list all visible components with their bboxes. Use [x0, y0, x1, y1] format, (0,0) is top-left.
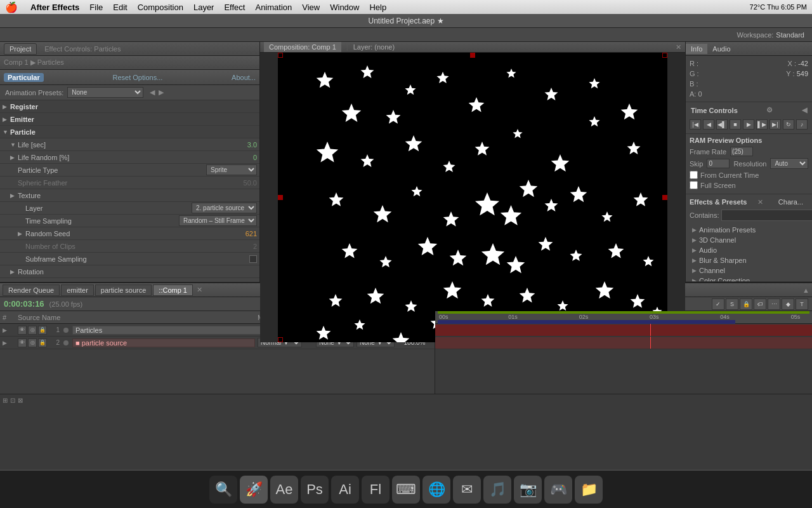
prop-arrow-texture[interactable]: ▶: [10, 192, 18, 199]
ep-item-3[interactable]: ▶Blur & Sharpen: [690, 255, 808, 265]
menu-view[interactable]: View: [302, 3, 320, 12]
timeline-expand[interactable]: ▲: [802, 286, 809, 294]
tc-expand[interactable]: ◀: [802, 106, 807, 114]
menu-after-effects[interactable]: After Effects: [30, 3, 79, 12]
prop-value-life[interactable]: 3.0: [232, 141, 257, 149]
ep-item-0[interactable]: ▶Animation Presets: [690, 225, 808, 235]
tab-particle-source[interactable]: particle source: [95, 284, 152, 296]
tl-enable[interactable]: ✓: [712, 298, 724, 310]
tl-solo[interactable]: S: [726, 298, 738, 310]
tc-play-prev[interactable]: ◀▌: [716, 119, 728, 130]
tab-project[interactable]: Project: [4, 43, 37, 55]
tab-emitter[interactable]: emitter: [61, 284, 94, 296]
prop-arrow-random-seed[interactable]: ▶: [18, 231, 25, 237]
nav-bar[interactable]: [438, 320, 735, 324]
tl-keyframe[interactable]: ◆: [782, 298, 794, 310]
tc-play[interactable]: ▶: [743, 119, 754, 130]
dock-safari[interactable]: 🌐: [422, 476, 450, 504]
prop-arrow-rotation[interactable]: ▶: [10, 269, 18, 275]
layer-2-audio[interactable]: ◎: [28, 338, 37, 347]
prop-value-random-seed[interactable]: 621: [232, 230, 257, 237]
ep-close[interactable]: ✕: [757, 198, 763, 206]
menu-window[interactable]: Window: [330, 3, 359, 12]
tab-comp1[interactable]: ::Comp 1: [153, 284, 193, 296]
handle-bl[interactable]: [278, 337, 283, 342]
tc-loop[interactable]: ↻: [783, 119, 794, 130]
prop-arrow-life[interactable]: ▼: [10, 142, 18, 148]
full-screen-label[interactable]: Full Screen: [690, 181, 736, 189]
dock-finder[interactable]: 🔍: [209, 476, 237, 504]
close-comp-tab[interactable]: ✕: [197, 286, 202, 294]
prop-arrow-life-random[interactable]: ▶: [10, 154, 18, 161]
tab-composition[interactable]: Composition: Comp 1: [264, 42, 341, 52]
full-screen-checkbox[interactable]: [690, 181, 698, 189]
frame-rate-input[interactable]: [730, 147, 753, 156]
skip-input[interactable]: [707, 159, 730, 168]
timeline-timecode[interactable]: 0:00:03:16: [4, 299, 44, 309]
ep-item-4[interactable]: ▶Channel: [690, 265, 808, 276]
tl-more[interactable]: ⋯: [768, 298, 780, 310]
layer-2-color[interactable]: [63, 340, 69, 345]
apple-menu[interactable]: 🍎: [5, 1, 18, 13]
handle-ml[interactable]: [278, 195, 283, 200]
menu-animation[interactable]: Animation: [255, 3, 292, 12]
prop-value-life-random[interactable]: 0: [232, 154, 257, 161]
layer-1-video[interactable]: 👁: [18, 326, 27, 335]
ep-search-input[interactable]: [721, 210, 812, 221]
dock-terminal[interactable]: ⌨: [392, 476, 420, 504]
playhead-2[interactable]: [650, 337, 651, 349]
prop-value-size[interactable]: 20.0: [232, 281, 257, 283]
layer-1-lock[interactable]: 🔒: [38, 326, 47, 335]
handle-mt[interactable]: [470, 53, 475, 58]
tc-first[interactable]: |◀: [690, 119, 701, 130]
menu-file[interactable]: File: [89, 3, 103, 12]
tc-prev[interactable]: ◀: [703, 119, 714, 130]
prop-dropdown-layer[interactable]: 2. particle source: [192, 203, 257, 213]
from-current-time[interactable]: From Current Time: [690, 171, 759, 179]
ep-item-1[interactable]: ▶3D Channel: [690, 235, 808, 245]
comp-close[interactable]: ✕: [676, 43, 681, 51]
tl-label[interactable]: 🏷: [754, 298, 766, 310]
menu-help[interactable]: Help: [369, 3, 386, 12]
handle-tr[interactable]: [662, 53, 667, 58]
tab-info[interactable]: Info: [686, 44, 707, 54]
dock-launchpad[interactable]: 🚀: [240, 476, 268, 504]
about-button[interactable]: About...: [232, 74, 256, 81]
menu-composition[interactable]: Composition: [138, 3, 183, 12]
track-2[interactable]: [435, 337, 812, 349]
dock-photos[interactable]: 📷: [514, 476, 542, 504]
tl-time[interactable]: T: [796, 298, 808, 310]
prop-checkbox-subframe[interactable]: [249, 255, 257, 263]
tc-play-next[interactable]: ▌▶: [756, 119, 768, 130]
tc-last[interactable]: ▶|: [769, 119, 781, 130]
ep-item-2[interactable]: ▶Audio: [690, 245, 808, 255]
dock-ae[interactable]: Ae: [270, 476, 298, 504]
prop-arrow-particle[interactable]: ▼: [3, 129, 10, 135]
layer-1-color[interactable]: [63, 328, 69, 333]
prop-dropdown-time-sampling[interactable]: Random – Still Frame: [179, 215, 257, 226]
tc-stop[interactable]: ■: [730, 119, 741, 130]
tab-audio[interactable]: Audio: [707, 44, 735, 54]
menu-effect[interactable]: Effect: [224, 3, 245, 12]
resolution-select[interactable]: AutoFullHalf: [770, 158, 808, 169]
dock-mail[interactable]: ✉: [453, 476, 481, 504]
prop-arrow-emitter[interactable]: ▶: [3, 116, 10, 123]
layer-2-arrow[interactable]: ▶: [3, 340, 7, 346]
tab-render-queue[interactable]: Render Queue: [3, 284, 60, 296]
work-area-bar[interactable]: [438, 311, 809, 314]
tc-audio[interactable]: ♪: [796, 119, 808, 130]
composition-canvas[interactable]: [278, 53, 667, 342]
preset-prev[interactable]: ◀: [150, 88, 155, 97]
layer-1-audio[interactable]: ◎: [28, 326, 37, 335]
from-current-checkbox[interactable]: [690, 171, 698, 179]
tc-settings[interactable]: ⚙: [766, 106, 773, 114]
btn-bottom-left-3[interactable]: ⊠: [18, 397, 23, 404]
dock-misc1[interactable]: 🎮: [544, 476, 572, 504]
dock-music[interactable]: 🎵: [483, 476, 511, 504]
dock-misc2[interactable]: 📁: [575, 476, 603, 504]
workspace-value[interactable]: Standard: [776, 31, 804, 39]
btn-bottom-left-2[interactable]: ⊡: [10, 397, 15, 404]
preset-dropdown[interactable]: None: [67, 87, 143, 98]
btn-bottom-left-1[interactable]: ⊞: [3, 397, 8, 404]
tab-layer[interactable]: Layer: (none): [353, 43, 395, 51]
